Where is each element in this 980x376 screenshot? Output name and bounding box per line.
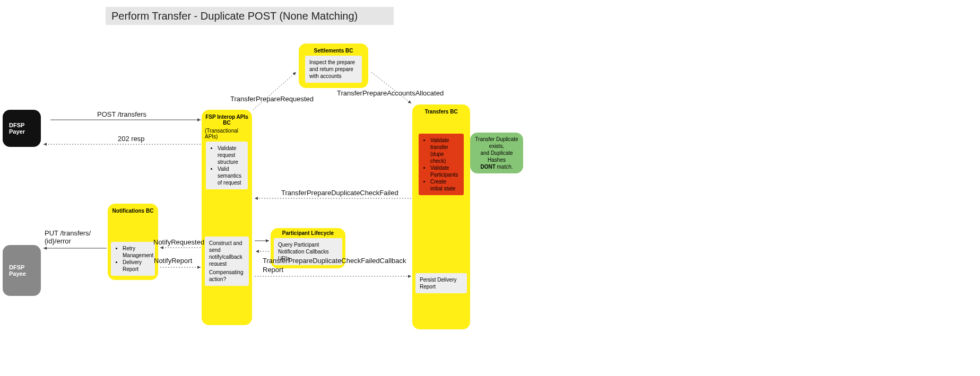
transfers-task1-item2: Create initial state: [430, 178, 459, 192]
msg-notifyreport: NotifyReport: [154, 257, 192, 265]
transfers-task1-item0: Validate transfer (dupe check): [430, 137, 459, 164]
transfers-task2: Persist Delivery Report: [415, 273, 467, 293]
dup-note-line3: DONT match.: [473, 163, 520, 170]
fspiop-bc: FSP Interop APIs BC (Transactional APIs)…: [202, 110, 252, 325]
msg-notifyreq: NotifyRequested: [153, 238, 204, 246]
settlements-bc: Settlements BC Inspect the prepare and r…: [299, 43, 368, 88]
svg-line-3: [253, 72, 296, 110]
fspiop-task1-item1: Valid semantics of request: [218, 165, 244, 186]
msg-post: POST /transfers: [97, 110, 146, 118]
connectors: [0, 0, 980, 376]
settlements-header: Settlements BC: [304, 48, 363, 54]
dfsp-payer: DFSP Payer: [3, 110, 41, 147]
fspiop-subheader: (Transactional APIs): [205, 128, 249, 139]
fspiop-task3: Compensating action?: [205, 266, 249, 286]
dfsp-payee: DFSP Payee: [3, 245, 41, 296]
dup-note-line1: Transfer Duplicate exists,: [473, 136, 520, 150]
dup-note-line2: and Duplicate Hashes: [473, 150, 520, 163]
fspiop-task1-item0: Validate request structure: [218, 145, 244, 165]
settlements-text: Inspect the prepare and return prepare w…: [305, 56, 362, 83]
dfsp-payee-line1: DFSP: [9, 264, 34, 270]
dfsp-payer-line1: DFSP: [9, 122, 34, 128]
dfsp-payee-line2: Payee: [9, 270, 34, 277]
notifications-item0: Retry Management: [123, 245, 151, 259]
dfsp-payer-line2: Payer: [9, 128, 34, 135]
fspiop-header: FSP Interop APIs BC: [205, 114, 249, 126]
notifications-header: Notifications BC: [111, 208, 155, 214]
notifications-bc: Notifications BC Retry Management Delive…: [108, 204, 158, 280]
msg-prepreq: TransferPrepareRequested: [230, 95, 314, 103]
lifecycle-header: Participant Lifecycle: [273, 230, 343, 236]
msg-put: PUT /transfers/{id}/error: [45, 229, 98, 245]
page-title: Perform Transfer - Duplicate POST (None …: [106, 7, 394, 25]
notifications-task: Retry Management Delivery Report: [111, 242, 155, 276]
transfers-task1-item1: Validate Participants: [430, 164, 459, 178]
msg-prepalloc: TransferPrepareAccountsAllocated: [337, 89, 444, 97]
svg-line-4: [371, 72, 411, 103]
msg-callbackreport1: TransferPrepareDuplicateCheckFailedCallb…: [263, 257, 406, 265]
notifications-item1: Delivery Report: [123, 259, 151, 273]
fspiop-task1: Validate request structure Valid semanti…: [206, 142, 248, 189]
dup-note: Transfer Duplicate exists, and Duplicate…: [470, 133, 523, 173]
msg-resp: 202 resp: [118, 135, 145, 143]
transfers-bc: Transfers BC Validate transfer (dupe che…: [412, 104, 470, 329]
transfers-task1: Validate transfer (dupe check) Validate …: [419, 134, 464, 195]
msg-callbackreport2: Report: [263, 266, 283, 274]
msg-dupfail: TransferPrepareDuplicateCheckFailed: [281, 189, 398, 197]
transfers-header: Transfers BC: [418, 109, 465, 115]
